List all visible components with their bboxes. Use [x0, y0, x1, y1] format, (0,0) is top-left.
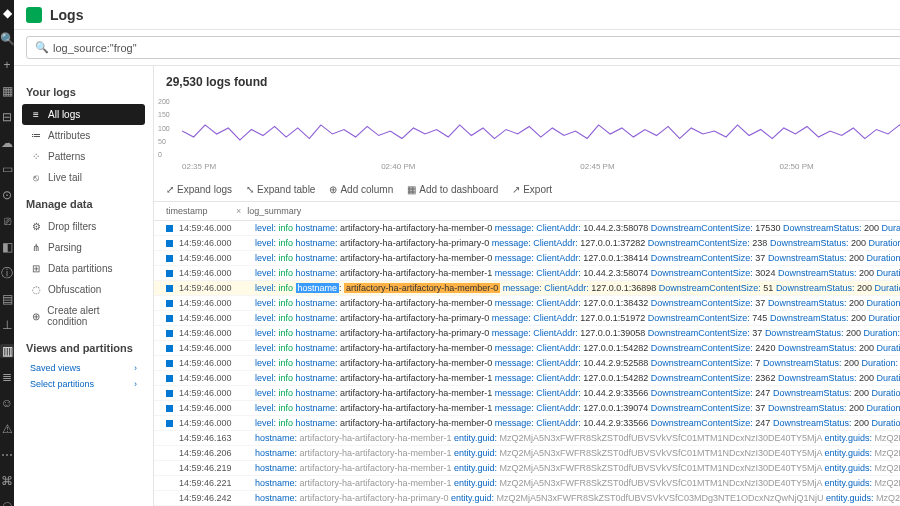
world-nav-icon[interactable]: ⊙ — [0, 188, 14, 202]
cube-nav-icon[interactable]: ◧ — [0, 240, 14, 254]
info-nav-icon[interactable]: ⓘ — [0, 266, 14, 280]
sidebar-item-obfuscation[interactable]: ◌Obfuscation — [22, 279, 145, 300]
bar-nav-icon[interactable]: ▤ — [0, 292, 14, 306]
add-dashboard-button[interactable]: ▦Add to dashboard — [407, 184, 498, 195]
status-dot-icon — [166, 225, 173, 232]
sidebar-item-create-alert-condition[interactable]: ⊕Create alert condition — [22, 300, 145, 332]
status-dot-icon — [166, 360, 173, 367]
table-row[interactable]: 14:59:46.000level: info hostname: artifa… — [154, 311, 900, 326]
search-nav-icon[interactable]: 🔍 — [0, 32, 14, 46]
chart-x-labels: 02:35 PM02:40 PM02:45 PM02:50 PM02:55 PM… — [182, 162, 900, 171]
cell-timestamp: 14:59:46.000 — [179, 328, 249, 338]
cell-timestamp: 14:59:46.000 — [179, 223, 249, 233]
add-column-button[interactable]: ⊕Add column — [329, 184, 393, 195]
cell-timestamp: 14:59:46.000 — [179, 403, 249, 413]
export-button[interactable]: ↗Export — [512, 184, 552, 195]
table-row[interactable]: 14:59:46.000level: info hostname: artifa… — [154, 371, 900, 386]
sidebar-item-parsing[interactable]: ⋔Parsing — [22, 237, 145, 258]
sidebar-item-all-logs[interactable]: ≡All logs — [22, 104, 145, 125]
table-row[interactable]: 14:59:46.000level: info hostname: artifa… — [154, 356, 900, 371]
cell-timestamp: 14:59:46.000 — [179, 313, 249, 323]
log-volume-chart[interactable]: 200150100500 02:35 PM02:40 PM02:45 PM02:… — [154, 98, 900, 178]
table-row[interactable]: 14:59:46.000level: info hostname: artifa… — [154, 236, 900, 251]
col-summary[interactable]: log_summary — [241, 206, 900, 216]
col-timestamp[interactable]: timestamp — [166, 206, 236, 216]
table-row[interactable]: 14:59:46.000level: info hostname: artifa… — [154, 281, 900, 296]
search-input-wrap[interactable]: 🔍 — [26, 36, 900, 59]
search-input[interactable] — [53, 42, 900, 54]
table-row[interactable]: 14:59:46.242hostname: artifactory-ha-art… — [154, 491, 900, 506]
logs-nav-icon[interactable]: ▥ — [0, 344, 14, 358]
chevron-right-icon: › — [134, 379, 137, 389]
cell-summary: hostname: artifactory-ha-artifactory-ha-… — [249, 448, 900, 458]
sidebar-item-data-partitions[interactable]: ⊞Data partitions — [22, 258, 145, 279]
cloud-nav-icon[interactable]: ☁ — [0, 136, 14, 150]
logs-table: timestamp × log_summary × 14:59:46.000le… — [154, 202, 900, 506]
sidebar-item-patterns[interactable]: ⁘Patterns — [22, 146, 145, 167]
more-nav-icon[interactable]: ⋯ — [0, 448, 14, 462]
status-dot-icon — [166, 405, 173, 412]
sidebar-heading-manage: Manage data — [26, 198, 145, 210]
table-row[interactable]: 14:59:46.163hostname: artifactory-ha-art… — [154, 431, 900, 446]
chevron-right-icon: › — [134, 363, 137, 373]
table-row[interactable]: 14:59:46.000level: info hostname: artifa… — [154, 251, 900, 266]
status-dot-icon — [166, 285, 173, 292]
plus-icon: ⊕ — [329, 184, 337, 195]
expand-logs-button[interactable]: ⤢Expand logs — [166, 184, 232, 195]
status-dot-icon — [166, 375, 173, 382]
sidebar-item-select-partitions[interactable]: Select partitions› — [22, 376, 145, 392]
status-dot-icon — [166, 420, 173, 427]
chart-nav-icon[interactable]: ⊥ — [0, 318, 14, 332]
cell-timestamp: 14:59:46.000 — [179, 238, 249, 248]
team-nav-icon[interactable]: ⚇ — [0, 500, 14, 506]
table-row[interactable]: 14:59:46.000level: info hostname: artifa… — [154, 416, 900, 431]
cell-summary: level: info hostname: artifactory-ha-art… — [249, 298, 900, 308]
table-row[interactable]: 14:59:46.000level: info hostname: artifa… — [154, 326, 900, 341]
sidebar-item-attributes[interactable]: ≔Attributes — [22, 125, 145, 146]
table-row[interactable]: 14:59:46.000level: info hostname: artifa… — [154, 341, 900, 356]
cell-summary: level: info hostname: artifactory-ha-art… — [249, 388, 900, 398]
plus-nav-icon[interactable]: + — [0, 58, 14, 72]
sidebar-item-icon: ≡ — [30, 109, 42, 120]
cell-timestamp: 14:59:46.000 — [179, 388, 249, 398]
cell-summary: hostname: artifactory-ha-artifactory-ha-… — [249, 493, 900, 503]
table-row[interactable]: 14:59:46.000level: info hostname: artifa… — [154, 296, 900, 311]
cell-timestamp: 14:59:46.163 — [179, 433, 249, 443]
cell-summary: level: info hostname: artifactory-ha-art… — [249, 358, 900, 368]
results-header: 29,530 logs found ⋯ — [154, 66, 900, 98]
sidebar-item-saved-views[interactable]: Saved views› — [22, 360, 145, 376]
sidebar-item-live-tail[interactable]: ⎋Live tail — [22, 167, 145, 188]
mobile-nav-icon[interactable]: ▭ — [0, 162, 14, 176]
sidebar-item-label: Attributes — [48, 130, 90, 141]
status-dot-icon — [166, 390, 173, 397]
table-row[interactable]: 14:59:46.206hostname: artifactory-ha-art… — [154, 446, 900, 461]
sidebar-item-icon: ⊞ — [30, 263, 42, 274]
cell-summary: hostname: artifactory-ha-artifactory-ha-… — [249, 433, 900, 443]
code-nav-icon[interactable]: ⎚ — [0, 214, 14, 228]
status-dot-icon — [166, 345, 173, 352]
table-row[interactable]: 14:59:46.000level: info hostname: artifa… — [154, 386, 900, 401]
chart-y-labels: 200150100500 — [158, 98, 170, 158]
db-nav-icon[interactable]: ⊟ — [0, 110, 14, 124]
table-row[interactable]: 14:59:46.219hostname: artifactory-ha-art… — [154, 461, 900, 476]
expand-table-button[interactable]: ⤡Expand table — [246, 184, 315, 195]
sidebar-item-label: Patterns — [48, 151, 85, 162]
cell-timestamp: 14:59:46.000 — [179, 298, 249, 308]
cell-timestamp: 14:59:46.000 — [179, 343, 249, 353]
table-row[interactable]: 14:59:46.000level: info hostname: artifa… — [154, 266, 900, 281]
status-dot-icon — [166, 240, 173, 247]
table-row[interactable]: 14:59:46.000level: info hostname: artifa… — [154, 221, 900, 236]
sidebar-item-drop-filters[interactable]: ⚙Drop filters — [22, 216, 145, 237]
network-nav-icon[interactable]: ⌘ — [0, 474, 14, 488]
status-dot-icon — [166, 330, 173, 337]
cell-summary: hostname: artifactory-ha-artifactory-ha-… — [249, 478, 900, 488]
grid-nav-icon[interactable]: ▦ — [0, 84, 14, 98]
logo-icon[interactable]: ◆ — [0, 6, 14, 20]
cell-timestamp: 14:59:46.221 — [179, 478, 249, 488]
layers-nav-icon[interactable]: ≣ — [0, 370, 14, 384]
alert-nav-icon[interactable]: ⚠ — [0, 422, 14, 436]
table-row[interactable]: 14:59:46.000level: info hostname: artifa… — [154, 401, 900, 416]
user-nav-icon[interactable]: ☺ — [0, 396, 14, 410]
table-row[interactable]: 14:59:46.221hostname: artifactory-ha-art… — [154, 476, 900, 491]
status-dot-icon — [166, 270, 173, 277]
